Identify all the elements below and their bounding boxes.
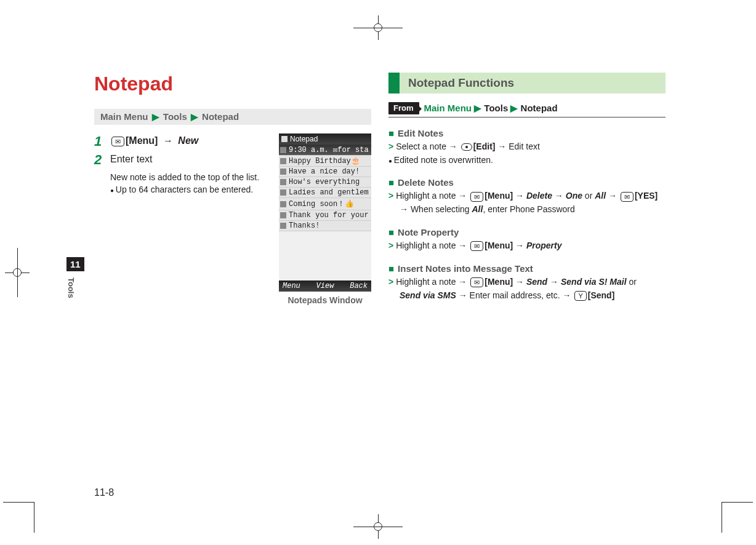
phone-titlebar: Notepad (279, 133, 371, 145)
right-column: Notepad Functions From Main Menu ▶ Tools… (388, 73, 666, 311)
func-title: Insert Notes into Message Text (398, 261, 533, 276)
chevron-icon: > (388, 191, 393, 201)
chevron-icon: > (388, 277, 393, 287)
crop-corner-br (691, 502, 722, 533)
phone-row: Thank you for your (279, 210, 371, 221)
func-edit-notes: Edit Notes >Select a note → [Edit] → Edi… (388, 126, 666, 167)
softkey-left: Menu (283, 282, 300, 290)
func-title: Note Property (398, 225, 459, 239)
step-sub: New note is added to the top of the list… (94, 172, 268, 196)
page-number: 11-8 (94, 487, 114, 498)
steps-area: 1 ✉[Menu] → New 2 Enter text New note is… (94, 133, 371, 305)
doc-icon (281, 136, 288, 142)
func-title: Edit Notes (398, 126, 443, 140)
mail-key-icon: ✉ (470, 192, 483, 202)
chapter-number: 11 (66, 257, 84, 271)
mail-key-icon: ✉ (621, 192, 633, 202)
step-body: Enter text (110, 152, 152, 168)
from-badge: From (388, 102, 419, 114)
phone-row: Coming soon！👍 (279, 198, 371, 210)
crop-corner-bl (34, 502, 65, 533)
step-body: ✉[Menu] → New (110, 133, 198, 149)
phone-row: Happy Birthday🎂 (279, 156, 371, 167)
func-delete-notes: Delete Notes >Highlight a note → ✉[Menu]… (388, 175, 666, 217)
phone-row: Have a nice day! (279, 167, 371, 177)
func-title: Delete Notes (398, 175, 454, 189)
func-subline: Send via SMS → Enter mail address, etc. … (388, 289, 666, 303)
step-action: New (178, 135, 198, 146)
note-icon (280, 158, 286, 164)
figure-caption: Notepads Window (279, 295, 371, 305)
mail-key-icon: ✉ (111, 137, 124, 146)
step-sub-bullet: Up to 64 characters can be entered. (110, 185, 253, 194)
chapter-label: Tools (66, 277, 76, 298)
func-insert-notes: Insert Notes into Message Text >Highligh… (388, 261, 666, 303)
phone-row: Ladies and gentlem (279, 188, 371, 198)
chevron-icon: > (388, 241, 393, 250)
page-content: Notepad Main Menu ▶ Tools ▶ Notepad 1 ✉[… (94, 73, 667, 311)
mail-key-icon: ✉ (470, 241, 483, 251)
phone-row-selected: 9:30 a.m. ✉for sta (279, 145, 371, 156)
chevron-icon: > (388, 141, 393, 151)
func-subline: → When selecting All, enter Phone Passwo… (388, 203, 666, 217)
y-key-icon: Y (574, 291, 586, 301)
breadcrumb-item: Tools (163, 111, 187, 122)
phone-empty-area (279, 231, 371, 280)
note-bullet: Edited note is overwritten. (388, 155, 493, 165)
step-number: 2 (94, 152, 104, 168)
softkey-center: View (316, 282, 334, 290)
chapter-sidetab: 11 Tools (66, 257, 84, 298)
phone-screen: Notepad 9:30 a.m. ✉for sta Happy Birthda… (279, 133, 371, 292)
breadcrumb-sep-icon: ▶ (191, 111, 198, 122)
steps-text: 1 ✉[Menu] → New 2 Enter text New note is… (94, 133, 268, 305)
breadcrumb-item: Main Menu (100, 111, 148, 122)
note-icon (280, 201, 286, 207)
step-sub-line: New note is added to the top of the list… (110, 172, 259, 182)
from-bar: From Main Menu ▶ Tools ▶ Notepad (388, 102, 666, 117)
breadcrumb-sep-icon: ▶ (510, 103, 520, 113)
phone-row: How's everything (279, 177, 371, 188)
mail-key-icon: ✉ (470, 277, 483, 287)
phone-softkeys: Menu View Back (279, 280, 371, 292)
from-path: Main Menu ▶ Tools ▶ Notepad (424, 103, 558, 114)
phone-figure: Notepad 9:30 a.m. ✉for sta Happy Birthda… (279, 133, 371, 305)
breadcrumb-sep-icon: ▶ (474, 103, 484, 113)
page-title: Notepad (94, 73, 371, 95)
arrow-icon: → (163, 135, 173, 146)
func-note-property: Note Property >Highlight a note → ✉[Menu… (388, 225, 666, 253)
note-icon (280, 169, 286, 175)
note-icon (280, 212, 286, 218)
breadcrumb: Main Menu ▶ Tools ▶ Notepad (94, 109, 371, 125)
phone-title: Notepad (290, 135, 318, 143)
note-icon (280, 223, 286, 229)
step-key-label: [Menu] (126, 135, 158, 146)
note-icon (280, 179, 286, 185)
step-2: 2 Enter text (94, 152, 268, 168)
note-icon (280, 189, 286, 196)
breadcrumb-item: Notepad (202, 111, 239, 122)
phone-row: Thanks! (279, 221, 371, 231)
left-column: Notepad Main Menu ▶ Tools ▶ Notepad 1 ✉[… (94, 73, 371, 311)
softkey-right: Back (350, 282, 368, 290)
breadcrumb-sep-icon: ▶ (152, 111, 159, 122)
center-key-icon (461, 143, 472, 151)
note-icon (280, 147, 286, 153)
step-number: 1 (94, 133, 104, 149)
section-heading: Notepad Functions (388, 73, 666, 93)
step-1: 1 ✉[Menu] → New (94, 133, 268, 149)
